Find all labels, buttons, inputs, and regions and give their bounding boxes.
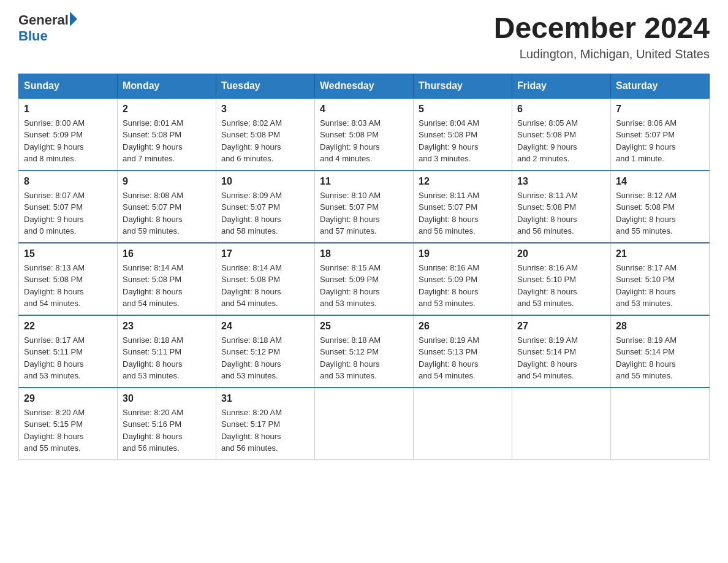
calendar-week-3: 15Sunrise: 8:13 AM Sunset: 5:08 PM Dayli… — [19, 243, 710, 315]
calendar-header-row: SundayMondayTuesdayWednesdayThursdayFrid… — [19, 74, 710, 98]
day-number-11: 11 — [320, 176, 408, 187]
day-number-7: 7 — [616, 104, 704, 115]
calendar-day-empty — [414, 388, 512, 460]
logo-blue-text: Blue — [18, 28, 48, 44]
day-number-5: 5 — [419, 104, 507, 115]
calendar-day-14: 14Sunrise: 8:12 AM Sunset: 5:08 PM Dayli… — [611, 170, 710, 243]
day-info-28: Sunrise: 8:19 AM Sunset: 5:14 PM Dayligh… — [616, 334, 704, 382]
calendar-day-31: 31Sunrise: 8:20 AM Sunset: 5:17 PM Dayli… — [216, 388, 315, 460]
calendar-day-22: 22Sunrise: 8:17 AM Sunset: 5:11 PM Dayli… — [19, 315, 118, 388]
calendar-day-17: 17Sunrise: 8:14 AM Sunset: 5:08 PM Dayli… — [216, 243, 315, 315]
calendar-week-5: 29Sunrise: 8:20 AM Sunset: 5:15 PM Dayli… — [19, 388, 710, 460]
day-info-27: Sunrise: 8:19 AM Sunset: 5:14 PM Dayligh… — [517, 334, 605, 382]
calendar-day-2: 2Sunrise: 8:01 AM Sunset: 5:08 PM Daylig… — [118, 98, 216, 170]
calendar-day-18: 18Sunrise: 8:15 AM Sunset: 5:09 PM Dayli… — [315, 243, 414, 315]
day-number-31: 31 — [221, 393, 309, 404]
calendar-week-1: 1Sunrise: 8:00 AM Sunset: 5:09 PM Daylig… — [19, 98, 710, 170]
day-info-17: Sunrise: 8:14 AM Sunset: 5:08 PM Dayligh… — [221, 262, 309, 310]
calendar-day-28: 28Sunrise: 8:19 AM Sunset: 5:14 PM Dayli… — [611, 315, 710, 388]
day-info-30: Sunrise: 8:20 AM Sunset: 5:16 PM Dayligh… — [123, 407, 211, 454]
day-info-6: Sunrise: 8:05 AM Sunset: 5:08 PM Dayligh… — [517, 117, 605, 165]
day-info-18: Sunrise: 8:15 AM Sunset: 5:09 PM Dayligh… — [320, 262, 408, 310]
day-info-21: Sunrise: 8:17 AM Sunset: 5:10 PM Dayligh… — [616, 262, 704, 310]
title-area: December 2024 Ludington, Michigan, Unite… — [494, 12, 710, 61]
day-info-31: Sunrise: 8:20 AM Sunset: 5:17 PM Dayligh… — [221, 407, 309, 454]
day-number-26: 26 — [419, 321, 507, 332]
day-info-7: Sunrise: 8:06 AM Sunset: 5:07 PM Dayligh… — [616, 117, 704, 165]
header-monday: Monday — [118, 74, 216, 98]
day-info-22: Sunrise: 8:17 AM Sunset: 5:11 PM Dayligh… — [24, 334, 112, 382]
day-number-18: 18 — [320, 248, 408, 259]
calendar-day-26: 26Sunrise: 8:19 AM Sunset: 5:13 PM Dayli… — [414, 315, 512, 388]
calendar-day-30: 30Sunrise: 8:20 AM Sunset: 5:16 PM Dayli… — [118, 388, 216, 460]
calendar-day-empty — [512, 388, 611, 460]
logo-triangle-icon — [70, 12, 77, 26]
calendar-day-empty — [611, 388, 710, 460]
day-info-11: Sunrise: 8:10 AM Sunset: 5:07 PM Dayligh… — [320, 190, 408, 237]
day-info-29: Sunrise: 8:20 AM Sunset: 5:15 PM Dayligh… — [24, 407, 112, 454]
day-info-19: Sunrise: 8:16 AM Sunset: 5:09 PM Dayligh… — [419, 262, 507, 310]
day-info-10: Sunrise: 8:09 AM Sunset: 5:07 PM Dayligh… — [221, 190, 309, 237]
calendar-day-12: 12Sunrise: 8:11 AM Sunset: 5:07 PM Dayli… — [414, 170, 512, 243]
day-info-2: Sunrise: 8:01 AM Sunset: 5:08 PM Dayligh… — [123, 117, 211, 165]
calendar-day-empty — [315, 388, 414, 460]
calendar-day-6: 6Sunrise: 8:05 AM Sunset: 5:08 PM Daylig… — [512, 98, 611, 170]
day-info-20: Sunrise: 8:16 AM Sunset: 5:10 PM Dayligh… — [517, 262, 605, 310]
calendar-day-24: 24Sunrise: 8:18 AM Sunset: 5:12 PM Dayli… — [216, 315, 315, 388]
day-number-1: 1 — [24, 104, 112, 115]
calendar-day-5: 5Sunrise: 8:04 AM Sunset: 5:08 PM Daylig… — [414, 98, 512, 170]
calendar-day-1: 1Sunrise: 8:00 AM Sunset: 5:09 PM Daylig… — [19, 98, 118, 170]
calendar-day-9: 9Sunrise: 8:08 AM Sunset: 5:07 PM Daylig… — [118, 170, 216, 243]
day-number-16: 16 — [123, 248, 211, 259]
header-friday: Friday — [512, 74, 611, 98]
calendar-day-4: 4Sunrise: 8:03 AM Sunset: 5:08 PM Daylig… — [315, 98, 414, 170]
calendar-day-7: 7Sunrise: 8:06 AM Sunset: 5:07 PM Daylig… — [611, 98, 710, 170]
header-wednesday: Wednesday — [315, 74, 414, 98]
calendar-day-23: 23Sunrise: 8:18 AM Sunset: 5:11 PM Dayli… — [118, 315, 216, 388]
day-number-4: 4 — [320, 104, 408, 115]
day-info-14: Sunrise: 8:12 AM Sunset: 5:08 PM Dayligh… — [616, 190, 704, 237]
day-number-12: 12 — [419, 176, 507, 187]
main-title: December 2024 — [494, 12, 710, 45]
calendar-table: SundayMondayTuesdayWednesdayThursdayFrid… — [18, 74, 710, 460]
calendar-day-19: 19Sunrise: 8:16 AM Sunset: 5:09 PM Dayli… — [414, 243, 512, 315]
day-number-9: 9 — [123, 176, 211, 187]
day-number-28: 28 — [616, 321, 704, 332]
header-sunday: Sunday — [19, 74, 118, 98]
day-info-5: Sunrise: 8:04 AM Sunset: 5:08 PM Dayligh… — [419, 117, 507, 165]
day-number-2: 2 — [123, 104, 211, 115]
day-number-14: 14 — [616, 176, 704, 187]
day-number-21: 21 — [616, 248, 704, 259]
day-info-4: Sunrise: 8:03 AM Sunset: 5:08 PM Dayligh… — [320, 117, 408, 165]
calendar-day-10: 10Sunrise: 8:09 AM Sunset: 5:07 PM Dayli… — [216, 170, 315, 243]
logo-general-text: General — [18, 12, 69, 28]
calendar-day-25: 25Sunrise: 8:18 AM Sunset: 5:12 PM Dayli… — [315, 315, 414, 388]
calendar-day-27: 27Sunrise: 8:19 AM Sunset: 5:14 PM Dayli… — [512, 315, 611, 388]
calendar-day-11: 11Sunrise: 8:10 AM Sunset: 5:07 PM Dayli… — [315, 170, 414, 243]
day-number-25: 25 — [320, 321, 408, 332]
calendar-day-15: 15Sunrise: 8:13 AM Sunset: 5:08 PM Dayli… — [19, 243, 118, 315]
subtitle: Ludington, Michigan, United States — [494, 47, 710, 61]
day-info-25: Sunrise: 8:18 AM Sunset: 5:12 PM Dayligh… — [320, 334, 408, 382]
day-info-9: Sunrise: 8:08 AM Sunset: 5:07 PM Dayligh… — [123, 190, 211, 237]
day-number-19: 19 — [419, 248, 507, 259]
day-info-15: Sunrise: 8:13 AM Sunset: 5:08 PM Dayligh… — [24, 262, 112, 310]
calendar-day-16: 16Sunrise: 8:14 AM Sunset: 5:08 PM Dayli… — [118, 243, 216, 315]
day-number-23: 23 — [123, 321, 211, 332]
calendar-day-21: 21Sunrise: 8:17 AM Sunset: 5:10 PM Dayli… — [611, 243, 710, 315]
day-number-20: 20 — [517, 248, 605, 259]
calendar-day-8: 8Sunrise: 8:07 AM Sunset: 5:07 PM Daylig… — [19, 170, 118, 243]
day-number-3: 3 — [221, 104, 309, 115]
header-thursday: Thursday — [414, 74, 512, 98]
calendar-day-29: 29Sunrise: 8:20 AM Sunset: 5:15 PM Dayli… — [19, 388, 118, 460]
day-info-24: Sunrise: 8:18 AM Sunset: 5:12 PM Dayligh… — [221, 334, 309, 382]
header-tuesday: Tuesday — [216, 74, 315, 98]
day-info-3: Sunrise: 8:02 AM Sunset: 5:08 PM Dayligh… — [221, 117, 309, 165]
calendar-week-2: 8Sunrise: 8:07 AM Sunset: 5:07 PM Daylig… — [19, 170, 710, 243]
day-number-13: 13 — [517, 176, 605, 187]
day-number-15: 15 — [24, 248, 112, 259]
day-number-22: 22 — [24, 321, 112, 332]
day-number-30: 30 — [123, 393, 211, 404]
day-number-10: 10 — [221, 176, 309, 187]
header-saturday: Saturday — [611, 74, 710, 98]
